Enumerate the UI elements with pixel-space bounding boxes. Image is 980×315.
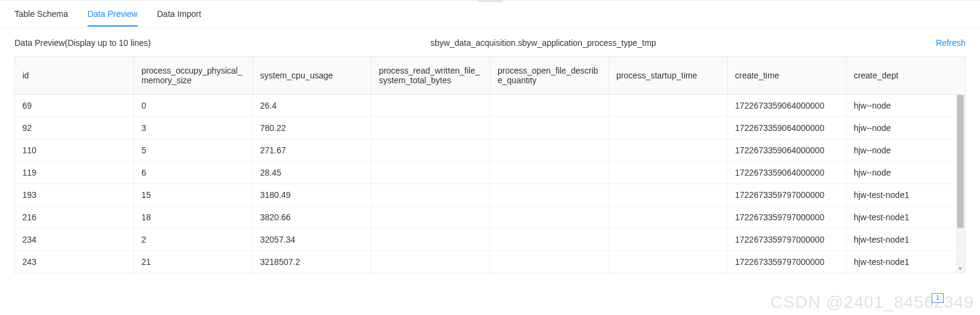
table-cell — [490, 161, 609, 183]
scrollbar-thumb[interactable] — [957, 95, 964, 228]
table-cell — [371, 116, 490, 139]
col-header-id[interactable]: id — [15, 57, 134, 94]
table-row[interactable]: 243213218507.21722673359797000000hjw-tes… — [15, 250, 965, 273]
table-row[interactable]: 193153180.491722673359797000000hjw-test-… — [15, 183, 965, 206]
table-cell — [490, 139, 609, 161]
data-table-container: id process_occupy_physical_memory_size s… — [14, 56, 966, 273]
table-cell — [371, 228, 490, 250]
table-cell — [490, 183, 609, 206]
table-cell — [609, 228, 728, 250]
table-cell — [609, 139, 728, 161]
table-cell: 1722673359797000000 — [728, 228, 847, 250]
table-cell: 5 — [134, 139, 253, 161]
table-cell — [490, 94, 609, 116]
col-header-process-occupy-physical-memory-size[interactable]: process_occupy_physical_memory_size — [134, 57, 253, 94]
table-cell: hjw-test-node1 — [846, 206, 965, 228]
col-header-create-dept[interactable]: create_dept — [846, 57, 965, 94]
table-cell — [371, 183, 490, 206]
table-cell: 1722673359797000000 — [728, 183, 847, 206]
table-cell: hjw--node — [846, 116, 965, 139]
table-cell: 119 — [15, 161, 134, 183]
col-header-process-read-written-file-system-total-bytes[interactable]: process_read_written_file_system_total_b… — [371, 57, 490, 94]
table-row[interactable]: 1105271.671722673359064000000hjw--node — [15, 139, 965, 161]
table-cell: hjw--node — [846, 161, 965, 183]
table-cell: 32057.34 — [252, 228, 371, 250]
preview-header: Data Preview(Display up to 10 lines) sby… — [0, 28, 980, 56]
table-cell — [609, 94, 728, 116]
table-cell: 216 — [15, 206, 134, 228]
table-cell — [371, 206, 490, 228]
table-cell: 6 — [134, 161, 253, 183]
tab-table-schema[interactable]: Table Schema — [14, 2, 68, 27]
table-row[interactable]: 216183820.661722673359797000000hjw-test-… — [15, 206, 965, 228]
table-cell: 243 — [15, 250, 134, 273]
table-cell: 1722673359064000000 — [728, 116, 847, 139]
tab-bar: Table Schema Data Preview Data Import — [0, 1, 980, 28]
table-cell — [609, 161, 728, 183]
col-header-create-time[interactable]: create_time — [728, 57, 847, 94]
table-row[interactable]: 923780.221722673359064000000hjw--node — [15, 116, 965, 139]
table-cell — [490, 250, 609, 273]
table-cell: 28.45 — [252, 161, 371, 183]
table-row[interactable]: 119628.451722673359064000000hjw--node — [15, 161, 965, 183]
table-cell: 234 — [15, 228, 134, 250]
table-cell: 2 — [134, 228, 253, 250]
table-cell: 1722673359064000000 — [728, 94, 847, 116]
tab-data-preview[interactable]: Data Preview — [88, 2, 138, 27]
table-cell: 0 — [134, 94, 253, 116]
table-cell: 92 — [15, 116, 134, 139]
col-header-system-cpu-usage[interactable]: system_cpu_usage — [252, 57, 371, 94]
table-cell: 3218507.2 — [252, 250, 371, 273]
preview-table-name: sbyw_data_acquisition.sbyw_application_p… — [151, 38, 936, 48]
table-header-row: id process_occupy_physical_memory_size s… — [15, 57, 965, 94]
panel-divider — [0, 0, 980, 1]
table-cell: 110 — [15, 139, 134, 161]
table-cell: 1722673359064000000 — [728, 139, 847, 161]
tab-data-import[interactable]: Data Import — [157, 2, 201, 27]
table-row[interactable]: 234232057.341722673359797000000hjw-test-… — [15, 228, 965, 250]
table-cell: hjw-test-node1 — [846, 183, 965, 206]
table-cell — [609, 183, 728, 206]
drag-handle-icon[interactable] — [478, 0, 502, 2]
col-header-process-open-file-describe-quantity[interactable]: process_open_file_describe_quantity — [490, 57, 609, 94]
table-cell: hjw-test-node1 — [846, 228, 965, 250]
table-cell: 1722673359797000000 — [728, 206, 847, 228]
table-cell — [490, 116, 609, 139]
table-cell: 780.22 — [252, 116, 371, 139]
table-cell: 21 — [134, 250, 253, 273]
table-cell: 271.67 — [252, 139, 371, 161]
table-cell — [490, 206, 609, 228]
table-cell: 26.4 — [252, 94, 371, 116]
table-cell: hjw-test-node1 — [846, 250, 965, 273]
table-cell: hjw--node — [846, 94, 965, 116]
table-row[interactable]: 69026.41722673359064000000hjw--node — [15, 94, 965, 116]
table-cell — [609, 250, 728, 273]
table-cell: 193 — [15, 183, 134, 206]
table-cell: hjw--node — [846, 139, 965, 161]
scroll-down-icon[interactable]: ▾ — [956, 264, 965, 273]
table-cell: 18 — [134, 206, 253, 228]
data-table: id process_occupy_physical_memory_size s… — [15, 57, 965, 273]
table-cell: 1722673359064000000 — [728, 161, 847, 183]
table-cell — [371, 139, 490, 161]
table-cell — [371, 250, 490, 273]
table-cell: 1722673359797000000 — [728, 250, 847, 273]
refresh-button[interactable]: Refresh — [936, 38, 966, 48]
table-cell: 15 — [134, 183, 253, 206]
preview-title: Data Preview(Display up to 10 lines) — [14, 38, 151, 48]
table-cell: 3180.49 — [252, 183, 371, 206]
vertical-scrollbar[interactable]: ▾ — [956, 95, 965, 273]
table-cell — [371, 94, 490, 116]
table-cell — [490, 228, 609, 250]
table-cell: 3 — [134, 116, 253, 139]
table-cell: 69 — [15, 94, 134, 116]
table-cell — [609, 206, 728, 228]
table-cell — [371, 161, 490, 183]
col-header-process-startup-time[interactable]: process_startup_time — [609, 57, 728, 94]
table-cell: 3820.66 — [252, 206, 371, 228]
table-cell — [609, 116, 728, 139]
